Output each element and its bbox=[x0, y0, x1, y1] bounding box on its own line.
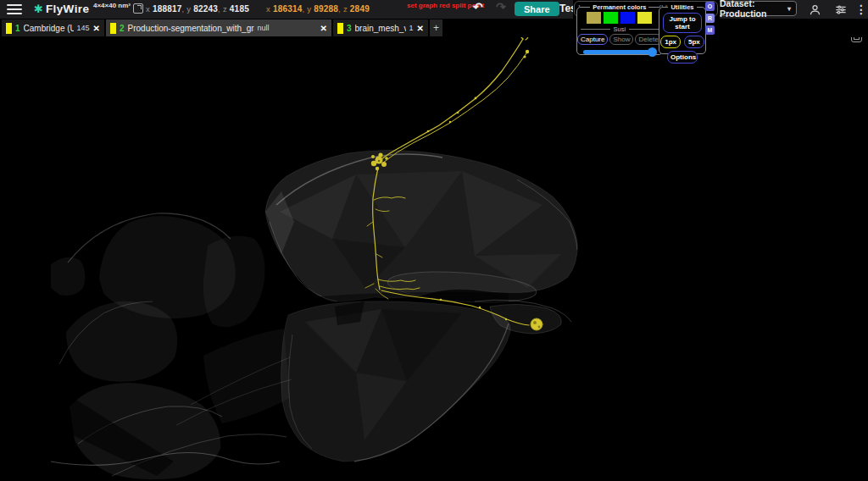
tab-value: 145 bbox=[77, 24, 90, 32]
tab-production-segmentation[interactable]: 2 Production-segmentation_with_graph nul… bbox=[106, 19, 331, 36]
neuron-soma bbox=[531, 318, 542, 330]
options-button[interactable]: Options bbox=[667, 51, 698, 64]
tab-value: null bbox=[258, 24, 270, 32]
layer-color-chip bbox=[6, 23, 12, 34]
tab-close-icon[interactable]: ✕ bbox=[93, 24, 100, 33]
dataset-label: Dataset: Production bbox=[720, 0, 787, 19]
tab-cambridge-image[interactable]: 1 Cambridge (UK)-image 145 ✕ bbox=[2, 19, 104, 36]
brush-5px-button[interactable]: 5px bbox=[684, 36, 704, 48]
selection-coordinates: x 186314, y 89288, z 2849 bbox=[266, 4, 370, 14]
brain-mesh-left-lobe bbox=[0, 213, 292, 479]
settings-sliders-icon[interactable] bbox=[832, 3, 849, 16]
color-swatch-yellow[interactable] bbox=[637, 12, 652, 24]
tab-brain-mesh[interactable]: 3 brain_mesh_v141.surf 1 ✕ bbox=[333, 19, 428, 36]
share-button[interactable]: Share bbox=[515, 2, 559, 16]
shortcut-key-m[interactable]: M bbox=[705, 25, 715, 35]
tab-label: Cambridge (UK)-image bbox=[24, 24, 74, 33]
permanent-colors-legend: Permanent colors bbox=[590, 3, 648, 11]
undo-icon[interactable]: ↶ bbox=[473, 0, 483, 14]
tab-label: Production-segmentation_with_graph bbox=[128, 24, 254, 33]
flywire-logo: ✱ FlyWire bbox=[34, 2, 89, 16]
shortcut-key-o[interactable]: O bbox=[705, 2, 715, 11]
color-swatch-blue[interactable] bbox=[620, 12, 635, 24]
brush-1px-button[interactable]: 1px bbox=[660, 36, 681, 48]
delete-button[interactable]: Delete bbox=[635, 34, 661, 45]
slider-handle[interactable] bbox=[648, 47, 657, 57]
flywire-logo-icon: ✱ bbox=[34, 2, 43, 16]
dataset-dropdown[interactable]: Dataset: Production ▾ bbox=[714, 1, 797, 16]
tab-index: 2 bbox=[120, 24, 125, 33]
susi-divider: Susi bbox=[581, 25, 659, 33]
app-name: FlyWire bbox=[46, 3, 89, 15]
voxel-resolution: 4×4×40 nm³ bbox=[93, 2, 131, 9]
color-swatch-green[interactable] bbox=[604, 12, 618, 24]
utilities-legend: Utilities bbox=[668, 3, 696, 11]
add-layer-button[interactable]: + bbox=[430, 19, 442, 36]
layer-color-chip bbox=[337, 23, 343, 34]
show-button[interactable]: Show bbox=[609, 34, 633, 45]
shortcut-key-r[interactable]: R bbox=[705, 14, 715, 23]
position-coordinates[interactable]: x 188817, y 82243, z 4185 bbox=[146, 4, 249, 14]
tab-close-icon[interactable]: ✕ bbox=[320, 24, 327, 33]
overflow-menu-icon[interactable]: ⋮ bbox=[853, 3, 868, 16]
color-swatch-row bbox=[577, 12, 662, 24]
tool-panel: Image idge (UK)- Permanent colors Susi C… bbox=[573, 0, 720, 63]
tab-label: brain_mesh_v141.surf bbox=[355, 24, 406, 33]
jump-to-start-button[interactable]: Jump to start bbox=[663, 13, 702, 33]
3d-viewport[interactable] bbox=[0, 0, 868, 481]
susi-slider[interactable] bbox=[583, 50, 656, 54]
layer-color-chip bbox=[110, 23, 116, 34]
tab-index: 1 bbox=[15, 24, 20, 33]
chevron-down-icon: ▾ bbox=[787, 5, 791, 13]
susi-label: Susi bbox=[614, 25, 626, 33]
permanent-colors-group: Permanent colors Susi Capture Show Delet… bbox=[576, 3, 663, 55]
tab-value: 1 bbox=[409, 24, 414, 32]
utilities-group: Utilities Jump to start 1px 5px Options bbox=[659, 3, 706, 54]
tab-index: 3 bbox=[347, 24, 352, 33]
top-bar: ✱ FlyWire 4×4×40 nm³ x 188817, y 82243, … bbox=[0, 0, 868, 19]
tab-close-icon[interactable]: ✕ bbox=[417, 24, 424, 33]
capture-button[interactable]: Capture bbox=[577, 34, 608, 45]
user-icon[interactable] bbox=[806, 3, 823, 16]
shortcut-key-stack: O R M bbox=[705, 2, 715, 35]
redo-icon[interactable]: ↷ bbox=[496, 0, 506, 14]
color-swatch-khaki[interactable] bbox=[587, 12, 601, 24]
brain-mesh-main-lobe bbox=[265, 150, 577, 462]
layer-tab-bar: 1 Cambridge (UK)-image 145 ✕ 2 Productio… bbox=[0, 19, 868, 37]
hamburger-menu-icon[interactable] bbox=[7, 4, 22, 14]
copy-position-icon[interactable] bbox=[133, 3, 143, 14]
